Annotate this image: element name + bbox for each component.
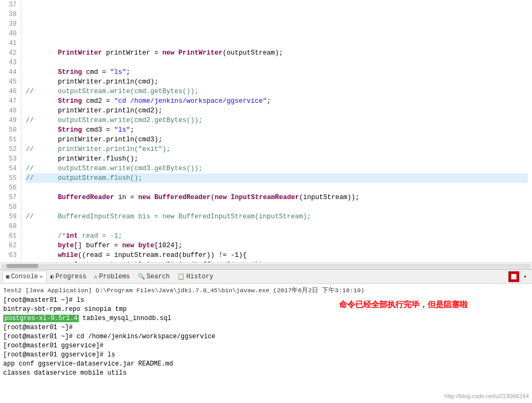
code-line: printWriter.println(cmd3);: [26, 135, 528, 145]
code-line: // outputStream.flush();: [26, 173, 528, 183]
code-line: printWriter.println(cmd);: [26, 77, 528, 87]
console-tab-progress[interactable]: ◐Progress: [47, 271, 90, 283]
line-number: 56: [4, 183, 17, 193]
console-output-line: postgres-xl-9.5r1.4 tables_mysql_innodb.…: [3, 314, 529, 323]
editor-area: 3738394041424344454647484950515253545556…: [0, 0, 532, 269]
problems-tab-label: Problems: [99, 273, 130, 280]
code-line: printWriter.println(cmd2);: [26, 106, 528, 116]
line-number: 43: [4, 58, 17, 67]
console-title: Test2 [Java Application] D:\Program File…: [3, 286, 529, 295]
terminate-button[interactable]: [508, 271, 519, 282]
line-number: 53: [4, 154, 17, 164]
problems-tab-icon: ⚠: [94, 273, 98, 280]
line-number: 62: [4, 241, 17, 250]
line-number: 49: [4, 116, 17, 125]
annotation-text: 命令已经全部执行完毕，但是阻塞啦: [339, 300, 468, 309]
console-output-line: [root@master01 ~]# cd /home/jenkins/work…: [3, 332, 529, 341]
search-tab-icon: 🔍: [138, 273, 145, 280]
line-number: 48: [4, 106, 17, 116]
code-line: String cmd2 = "cd /home/jenkins/workspac…: [26, 96, 528, 106]
code-line: [26, 29, 528, 39]
code-line: PrintWriter printWriter = new PrintWrite…: [26, 48, 528, 58]
line-number: 44: [4, 67, 17, 77]
code-line: // printWriter.println("exit");: [26, 145, 528, 154]
line-number: 47: [4, 96, 17, 106]
line-number: 41: [4, 39, 17, 48]
code-line: /*int read = -1;: [26, 231, 528, 241]
console-tab-close[interactable]: ✕: [40, 273, 43, 280]
line-number: 55: [4, 173, 17, 183]
line-number: 51: [4, 135, 17, 145]
code-line: BufferedReader in = new BufferedReader(n…: [26, 193, 528, 202]
line-number: 58: [4, 202, 17, 212]
search-tab-label: Search: [147, 273, 170, 280]
code-container: 3738394041424344454647484950515253545556…: [0, 0, 532, 262]
code-line: [26, 222, 528, 231]
console-content: Test2 [Java Application] D:\Program File…: [0, 284, 532, 403]
history-tab-label: History: [186, 273, 213, 280]
stop-icon: [511, 274, 516, 279]
line-number: 52: [4, 145, 17, 154]
console-tab-problems[interactable]: ⚠Problems: [90, 271, 133, 283]
code-line: // outputStream.write(cmd.getBytes());: [26, 87, 528, 96]
console-toolbar: ▣Console✕◐Progress⚠Problems🔍Search📋Histo…: [0, 270, 532, 284]
line-number: 45: [4, 77, 17, 87]
code-line: // outputStream.write(cmd3.getBytes());: [26, 164, 528, 173]
console-tab-history[interactable]: 📋History: [174, 271, 217, 283]
console-output-line: [root@master01 ggservice]# ls: [3, 351, 529, 360]
console-highlight: postgres-xl-9.5r1.4: [3, 315, 79, 322]
code-line: while((read = inputStream.read(buffer)) …: [26, 250, 528, 260]
line-number: 37: [4, 0, 17, 10]
code-line: [26, 39, 528, 48]
console-menu-button[interactable]: ▾: [520, 272, 530, 282]
line-number: 54: [4, 164, 17, 173]
line-number: 57: [4, 193, 17, 202]
history-tab-icon: 📋: [177, 273, 185, 280]
code-line: // outputStream.write(cmd2.getBytes());: [26, 116, 528, 125]
console-tab-search[interactable]: 🔍Search: [134, 271, 174, 283]
horizontal-scrollbar[interactable]: [0, 262, 532, 269]
code-line: byte[] buffer = new byte[1024];: [26, 241, 528, 250]
console-panel: ▣Console✕◐Progress⚠Problems🔍Search📋Histo…: [0, 269, 532, 403]
console-output-line: classes dataservice mobile utils: [3, 369, 529, 378]
code-line: [26, 202, 528, 212]
watermark: http://blog.csdn.net/u013066244: [445, 392, 529, 401]
code-line: [26, 58, 528, 67]
console-tab-console[interactable]: ▣Console✕: [2, 271, 47, 283]
line-number: 61: [4, 231, 17, 241]
console-output-line: [root@master01 ~]#: [3, 323, 529, 332]
line-number: 59: [4, 212, 17, 222]
progress-tab-icon: ◐: [50, 273, 54, 280]
line-number: 40: [4, 29, 17, 39]
code-line: printWriter.flush();: [26, 154, 528, 164]
line-number: 42: [4, 48, 17, 58]
code-content[interactable]: PrintWriter printWriter = new PrintWrite…: [21, 0, 532, 262]
line-number: 63: [4, 250, 17, 260]
progress-tab-label: Progress: [56, 273, 87, 280]
console-output-line: [root@master01 ggservice]#: [3, 341, 529, 351]
code-line: [26, 183, 528, 193]
line-number: 38: [4, 10, 17, 19]
line-number: 46: [4, 87, 17, 96]
code-line: String cmd3 = "ls";: [26, 125, 528, 135]
scrollbar-track[interactable]: [1, 264, 531, 268]
code-line: // BufferedInputStream bis = new Buffere…: [26, 212, 528, 222]
line-number: 60: [4, 222, 17, 231]
line-number: 50: [4, 125, 17, 135]
code-line: String cmd = "ls";: [26, 67, 528, 77]
console-actions: ▾: [508, 271, 530, 282]
console-tab-label: Console: [11, 273, 38, 280]
line-number: 39: [4, 19, 17, 29]
line-numbers: 3738394041424344454647484950515253545556…: [0, 0, 21, 262]
console-output-line: app conf ggservice-dataservice.jar READM…: [3, 360, 529, 369]
scrollbar-thumb[interactable]: [6, 264, 39, 268]
console-tab-icon: ▣: [6, 273, 10, 280]
